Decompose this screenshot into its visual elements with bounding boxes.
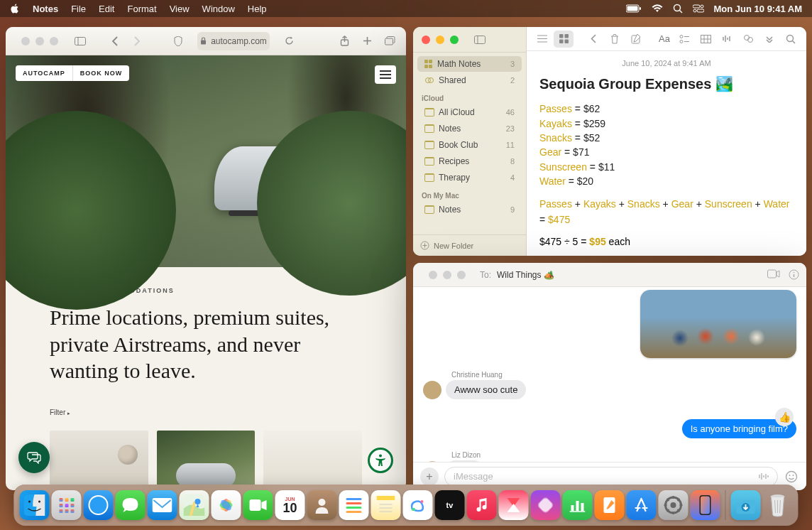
list-view-icon[interactable] [532,31,552,48]
book-now-button[interactable]: BOOK NOW [72,65,130,81]
svg-line-48 [793,40,796,43]
audio-message-icon[interactable] [758,472,769,481]
dock-finder[interactable] [20,490,50,520]
dock-contacts[interactable] [307,490,337,520]
brand-name[interactable]: AUTOCAMP [16,65,72,81]
menu-view[interactable]: View [170,4,190,14]
trash-icon[interactable] [605,31,625,48]
dock-notes[interactable] [371,490,401,520]
checklist-icon[interactable] [674,31,694,48]
new-folder-button[interactable]: New Folder [413,234,526,256]
avatar[interactable] [423,381,441,399]
link-icon[interactable] [738,31,758,48]
notes-traffic-lights[interactable] [413,27,467,52]
menu-edit[interactable]: Edit [99,4,114,14]
sidebar-item[interactable]: Notes9 [417,202,522,217]
svg-point-62 [28,501,31,503]
apps-plus-icon[interactable]: + [420,467,439,486]
dock-calendar[interactable]: JUN10 [275,490,305,520]
dock-launchpad[interactable] [52,490,82,520]
url-bar[interactable]: autocamp.com [197,32,270,50]
menu-format[interactable]: Format [127,4,156,14]
menu-file[interactable]: File [71,4,86,14]
dock-news[interactable] [499,490,529,520]
audio-icon[interactable] [717,31,737,48]
menu-window[interactable]: Window [202,4,235,14]
tapback-reaction[interactable]: 👍 [775,408,794,426]
back-icon[interactable] [105,33,124,50]
text-style-icon[interactable]: Aa [656,31,673,48]
svg-point-68 [195,499,201,504]
chat-fab-icon[interactable] [18,442,50,473]
note-content[interactable]: June 10, 2024 at 9:41 AM Sequoia Group E… [527,51,806,256]
dock-music[interactable] [467,490,497,520]
url-text: autocamp.com [211,36,267,46]
forward-icon[interactable] [128,33,146,50]
dock-appstore[interactable] [627,490,657,520]
sidebar-item[interactable]: Math Notes3 [417,56,522,72]
dock-safari[interactable] [84,490,114,520]
spotlight-icon[interactable] [673,4,683,13]
new-tab-icon[interactable] [358,33,376,50]
menubar-app-name[interactable]: Notes [33,4,58,14]
dock-freeform[interactable] [403,490,433,520]
grid-view-icon[interactable] [554,31,574,48]
table-icon[interactable] [696,31,715,48]
tabs-icon[interactable] [380,33,399,50]
share-icon[interactable] [335,33,353,50]
dock-downloads[interactable] [731,490,761,520]
dock-tv[interactable]: tv [435,490,465,520]
message-input[interactable]: iMessage [444,467,778,487]
thumb-airstream-forest[interactable] [157,431,256,491]
safari-traffic-lights[interactable] [13,27,67,55]
dock-iphone-mirror[interactable] [691,490,720,520]
dock-pages[interactable] [595,490,625,520]
dock-photos[interactable] [212,490,241,520]
accommodation-thumbs [50,431,362,491]
emoji-picker-icon[interactable] [784,469,799,485]
search-icon[interactable] [781,31,801,48]
dock-trash[interactable] [763,490,793,520]
shield-icon[interactable] [169,33,187,50]
filter-button[interactable]: Filter ▸ [50,409,362,416]
dock-reminders[interactable] [339,490,369,520]
svg-rect-84 [576,501,579,511]
apple-menu-icon[interactable] [10,4,20,13]
messages-traffic-lights[interactable] [420,263,474,286]
reload-icon[interactable] [280,33,298,50]
note-date: June 10, 2024 at 9:41 AM [539,58,794,70]
menu-help[interactable]: Help [248,4,267,14]
sidebar-item[interactable]: Notes23 [417,121,522,136]
info-icon[interactable] [789,269,799,280]
menubar-clock[interactable]: Mon Jun 10 9:41 AM [714,4,802,14]
thumb-interior[interactable] [50,431,148,491]
sidebar-item[interactable]: Recipes8 [417,153,522,169]
control-center-icon[interactable] [693,4,704,13]
thumb-bedroom[interactable] [263,431,362,491]
battery-icon[interactable] [626,4,642,13]
wifi-icon[interactable] [652,4,663,13]
sidebar-toggle-icon[interactable] [471,33,488,47]
accessibility-fab-icon[interactable] [368,448,393,473]
dock-facetime[interactable] [243,490,273,520]
messages-body[interactable]: Christine Huang Awww soo cute 👍 Is anyon… [413,287,806,462]
back-icon[interactable] [583,31,603,48]
dock-maps[interactable] [180,490,209,520]
sidebar-item[interactable]: Shared2 [417,72,522,88]
dock-numbers[interactable] [563,490,593,520]
facetime-icon[interactable] [767,269,780,278]
dock-shortcuts[interactable] [531,490,561,520]
new-note-icon[interactable] [626,31,646,48]
hamburger-menu-icon[interactable] [375,65,396,84]
to-value[interactable]: Wild Things 🏕️ [497,270,554,280]
sidebar-item[interactable]: Book Club11 [417,137,522,153]
shared-photo[interactable] [640,290,796,358]
sidebar-item[interactable]: All iCloud46 [417,104,522,120]
dock-mail[interactable] [148,490,177,520]
dock-settings[interactable] [659,490,688,520]
sidebar-toggle-icon[interactable] [71,33,89,50]
dock-messages[interactable] [116,490,146,520]
sidebar-item[interactable]: Therapy4 [417,170,522,185]
more-icon[interactable] [759,31,779,48]
incoming-bubble[interactable]: Awww soo cute [446,380,526,399]
